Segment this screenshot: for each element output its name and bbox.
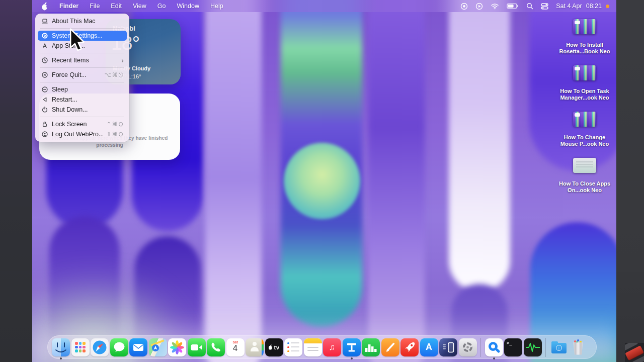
dock-finder[interactable]	[52, 338, 70, 356]
dock-numbers[interactable]	[362, 338, 380, 356]
dock-activity-monitor[interactable]	[524, 338, 542, 356]
dock-downloads-folder[interactable]: ↓	[550, 338, 568, 356]
dock-pages[interactable]	[381, 338, 399, 356]
iphone-mirroring-icon	[439, 338, 457, 356]
notes-line	[307, 347, 318, 348]
dock-messages[interactable]	[110, 338, 128, 356]
menu-item-label: About This Mac	[52, 18, 96, 25]
dock-rocket-app[interactable]	[400, 338, 419, 356]
shortcut-label: ⌥⌘⎋	[105, 71, 124, 78]
dock-keynote[interactable]	[343, 338, 361, 356]
desktop-file-how-to-open-task-manager[interactable]: How To Open Task Manager...ook Neo	[554, 65, 615, 101]
video-file-thumbnail	[573, 112, 596, 127]
terminal-prompt-icon: >_	[507, 340, 512, 345]
battery-icon[interactable]	[507, 3, 519, 9]
menu-help[interactable]: Help	[210, 3, 223, 10]
file-label: How To Change Mouse P...ook Neo	[555, 134, 614, 147]
menu-item-lock-screen[interactable]: Lock Screen ⌃⌘Q	[38, 119, 127, 129]
dock-iphone-mirroring[interactable]	[439, 338, 457, 356]
menu-view[interactable]: View	[133, 3, 146, 10]
dock-contacts[interactable]	[246, 338, 264, 356]
menu-file[interactable]: File	[90, 3, 100, 10]
rocket-icon	[400, 338, 419, 356]
dock-maps[interactable]	[149, 338, 167, 356]
apple-logo-icon	[268, 344, 273, 350]
spotlight-search-icon[interactable]	[526, 3, 533, 10]
menu-separator	[40, 67, 124, 68]
menu-item-about-this-mac[interactable]: About This Mac	[38, 16, 127, 26]
dock-apple-tv[interactable]: tv	[265, 338, 283, 356]
menu-item-system-settings[interactable]: System Settings...	[38, 31, 127, 41]
phone-handset-icon	[207, 338, 225, 356]
menu-item-log-out[interactable]: Log Out WebPro... ⇧⌘Q	[38, 129, 127, 139]
menu-item-label: Shut Down...	[52, 106, 88, 113]
dock-phone[interactable]	[207, 338, 225, 356]
menu-item-app-store[interactable]: App Store...	[38, 41, 127, 51]
control-center-icon[interactable]	[541, 3, 548, 10]
dock-facetime[interactable]	[188, 338, 206, 356]
dock-safari[interactable]	[91, 338, 109, 356]
notes-icon	[304, 338, 322, 343]
menu-edit[interactable]: Edit	[111, 3, 122, 10]
menu-item-force-quit[interactable]: Force Quit... ⌥⌘⎋	[38, 70, 127, 80]
mail-envelope-icon	[129, 338, 147, 356]
lock-icon	[40, 121, 50, 128]
apple-menu-dropdown: About This Mac System Settings... App St…	[35, 14, 129, 142]
dock-system-settings[interactable]	[459, 338, 477, 356]
menu-item-recent-items[interactable]: Recent Items ›	[38, 55, 127, 65]
video-file-thumbnail	[573, 158, 596, 173]
photos-pinwheel-icon	[168, 338, 186, 356]
trash-icon	[573, 342, 584, 355]
dock-music[interactable]: ♫	[323, 338, 341, 356]
wallpaper-shape	[205, 0, 262, 362]
dock-notes[interactable]	[304, 338, 322, 356]
menu-separator	[40, 82, 124, 82]
desktop-file-how-to-close-apps[interactable]: How To Close Apps On...ook Neo	[554, 158, 615, 194]
menu-item-restart[interactable]: Restart...	[38, 95, 127, 105]
apple-menu-button[interactable]	[41, 2, 48, 11]
video-frame-right	[616, 0, 644, 362]
reminders-icon	[287, 346, 299, 348]
dock: Sat 4 tv ♫	[47, 335, 597, 359]
dock-terminal[interactable]: >_	[504, 338, 522, 356]
recording-indicator-dot	[606, 5, 609, 8]
contacts-avatar-icon	[253, 342, 257, 346]
play-icon[interactable]	[475, 3, 483, 10]
record-icon[interactable]	[460, 3, 468, 10]
dock-launchpad[interactable]	[71, 338, 90, 356]
shutdown-icon	[40, 106, 50, 113]
menu-item-shut-down[interactable]: Shut Down...	[38, 105, 127, 115]
reminders-icon	[287, 342, 299, 344]
wallpaper-shape	[449, 0, 510, 292]
menu-item-label: Log Out WebPro...	[52, 131, 104, 138]
dock-trash[interactable]	[569, 338, 587, 356]
tv-label: tv	[274, 344, 279, 350]
menu-item-label: Sleep	[52, 86, 68, 93]
menu-separator	[40, 28, 124, 29]
menu-item-label: System Settings...	[52, 32, 103, 39]
dock-quicktime[interactable]	[485, 338, 503, 356]
pages-pen-icon	[381, 338, 399, 356]
download-arrow-icon: ↓	[556, 345, 562, 351]
menu-bar-clock[interactable]: Sat 4 Apr 08:21	[556, 3, 609, 10]
desktop-file-how-to-change-mouse[interactable]: How To Change Mouse P...ook Neo	[554, 112, 615, 147]
menu-separator	[40, 117, 124, 117]
file-label: How To Install Rosetta...Book Neo	[555, 42, 614, 55]
wifi-icon[interactable]	[491, 3, 499, 10]
menu-go[interactable]: Go	[157, 3, 166, 10]
dock-app-store[interactable]: A	[420, 338, 438, 356]
video-file-thumbnail	[573, 65, 596, 80]
dock-reminders[interactable]	[284, 338, 302, 356]
menu-window[interactable]: Window	[177, 3, 199, 10]
contacts-tabs	[262, 338, 264, 356]
notes-line	[307, 350, 318, 351]
dock-mail[interactable]	[129, 338, 147, 356]
reminders-icon	[287, 350, 299, 352]
dock-photos[interactable]	[168, 338, 186, 356]
active-app-name[interactable]: Finder	[59, 3, 78, 10]
dock-calendar[interactable]: Sat 4	[226, 338, 245, 356]
menu-item-label: Restart...	[52, 96, 77, 103]
menu-separator	[40, 53, 124, 53]
menu-item-sleep[interactable]: Sleep	[38, 84, 127, 95]
desktop-file-how-to-install-rosetta[interactable]: How To Install Rosetta...Book Neo	[554, 19, 615, 55]
